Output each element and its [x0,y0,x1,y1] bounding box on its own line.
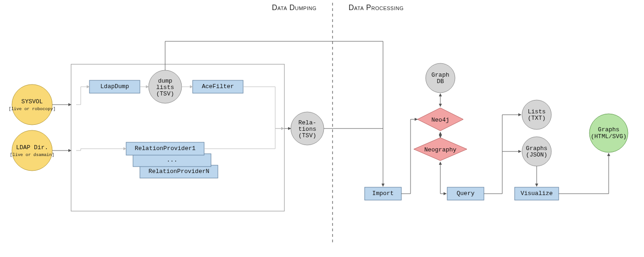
node-lists-l1: Lists [527,108,545,115]
node-graphdb-l1: Graph [431,72,449,78]
node-neo4j-label: Neo4j [431,117,449,123]
source-sysvol-sub: [live or robocopy] [9,106,56,112]
section-header-dumping: Data Dumping [272,4,316,11]
node-relationprovidern-label: RelationProviderN [149,168,210,175]
node-graphs-json-l2: (JSON) [526,151,548,158]
node-visualize-label: Visualize [521,190,553,197]
section-header-processing: Data Processing [349,4,404,11]
node-graphs-html-l2: (HTML/SVG) [591,133,627,140]
node-acefilter-label: AceFilter [202,83,234,90]
edge-visualize-graphshtml [559,153,609,194]
node-relationprovider1-label: RelationProvider1 [135,145,196,152]
node-neography-label: Neography [424,146,456,153]
architecture-diagram: Data Dumping Data Processing SYSVOL [liv… [0,0,644,257]
source-ldap-sub: [live or dsamain] [10,152,55,157]
edge-neography-query [440,162,446,194]
node-dumplists-l3: (TSV) [156,90,174,97]
node-relationprovider-mid-label: ... [167,156,177,163]
node-lists-l2: (TXT) [527,115,545,122]
node-ldapdump-label: LdapDump [100,83,129,90]
edge-query-lists [484,115,521,194]
edge-import-neo4j [401,119,417,194]
node-graphs-html-l1: Graphs [598,126,620,133]
source-ldap-title: LDAP Dir. [16,144,48,151]
node-relations-l1: Rela- [298,119,316,126]
node-relations-l2: tions [298,126,316,133]
node-graphs-json-l1: Graphs [526,145,548,152]
node-import-label: Import [372,190,394,197]
node-relations-l3: (TSV) [298,132,316,139]
source-sysvol-title: SYSVOL [22,98,43,105]
node-dumplists-l2: lists [156,84,174,91]
node-dumplists-l1: dump [158,78,172,84]
node-graphdb-l2: DB [437,78,444,85]
node-query-label: Query [456,190,474,197]
